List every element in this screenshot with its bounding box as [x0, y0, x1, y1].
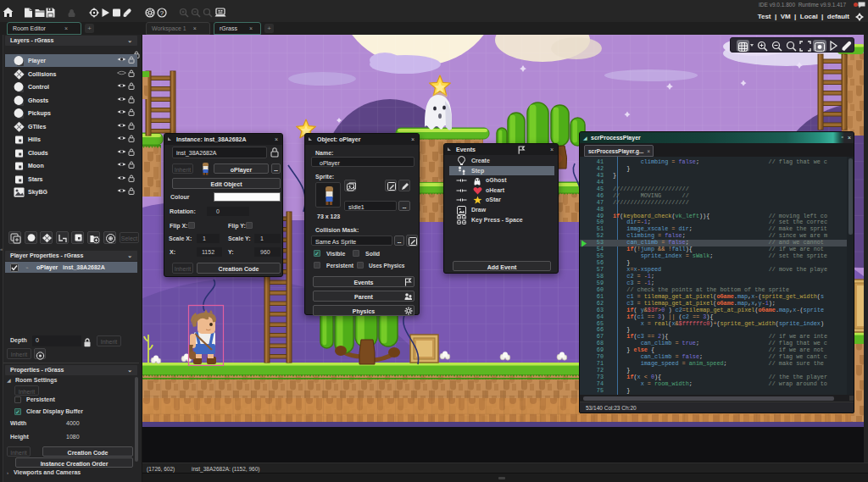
- svg-text:?: ?: [160, 9, 164, 17]
